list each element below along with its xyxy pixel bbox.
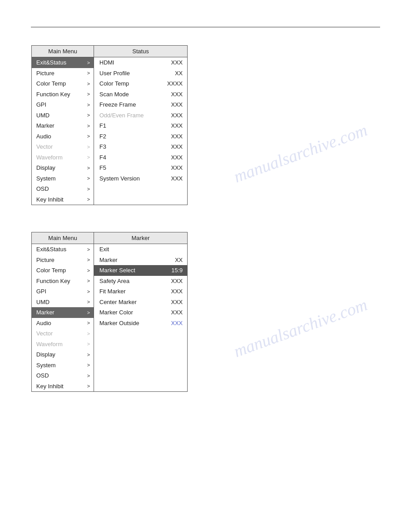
menu-arrow-icon: >: [87, 69, 90, 77]
menu-arrow-icon: >: [87, 164, 90, 172]
menu-arrow-icon: >: [87, 382, 90, 390]
menu-item-label: Display: [36, 163, 56, 172]
right-item-value: XXX: [171, 132, 183, 141]
right-item-value: XXX: [171, 287, 183, 296]
menu-arrow-icon: >: [87, 175, 90, 182]
menu-item-label: Audio: [36, 319, 51, 328]
menu-item-label: GPI: [36, 100, 46, 109]
menu-arrow-icon: >: [87, 101, 90, 109]
menu-item-waveform[interactable]: Waveform>: [32, 339, 94, 350]
right-item-value: XXX: [171, 298, 183, 307]
right-item-value: XXX: [171, 163, 183, 172]
menu-arrow-icon: >: [87, 59, 90, 67]
menu-item-display[interactable]: Display>: [32, 163, 94, 173]
menu-item-exit-status[interactable]: Exit&Status>: [32, 244, 94, 255]
menu-arrow-icon: >: [87, 288, 90, 296]
menu-item-picture[interactable]: Picture>: [32, 255, 94, 266]
menu-items-list-1: Exit&Status>Picture>Color Temp>Function …: [32, 57, 94, 205]
menu-item-system[interactable]: System>: [32, 360, 94, 371]
menu-item-function-key[interactable]: Function Key>: [32, 276, 94, 287]
menu-item-label: Exit&Status: [36, 58, 66, 67]
right-item-center-marker: Center MarkerXXX: [94, 297, 187, 308]
menu-item-key-inhibit[interactable]: Key Inhibit>: [32, 194, 94, 205]
menu-arrow-icon: >: [87, 267, 90, 275]
menu-item-gpi[interactable]: GPI>: [32, 286, 94, 297]
menu-item-umd[interactable]: UMD>: [32, 110, 94, 121]
right-item-label: F1: [99, 121, 106, 130]
right-item-marker-color: Marker ColorXXX: [94, 307, 187, 318]
menu-arrow-icon: >: [87, 351, 90, 359]
menu-item-label: Function Key: [36, 90, 70, 99]
menu-item-label: Exit&Status: [36, 245, 66, 254]
menu-arrow-icon: >: [87, 154, 90, 161]
menu-item-gpi[interactable]: GPI>: [32, 99, 94, 110]
marker-header: Marker: [94, 232, 187, 244]
right-item-label: Exit: [99, 245, 109, 254]
right-item-marker: MarkerXX: [94, 255, 187, 266]
right-item-value: XXX: [171, 153, 183, 162]
menu-item-label: Vector: [36, 329, 53, 338]
menu-item-label: Marker: [36, 121, 54, 130]
menu-item-waveform[interactable]: Waveform>: [32, 152, 94, 163]
menu-item-label: Display: [36, 350, 56, 359]
menu-arrow-icon: >: [87, 90, 90, 98]
menu-item-function-key[interactable]: Function Key>: [32, 89, 94, 100]
right-item-value: XX: [175, 256, 183, 265]
right-item-value: XXX: [171, 111, 183, 120]
menu-item-display[interactable]: Display>: [32, 349, 94, 360]
menu-item-color-temp[interactable]: Color Temp>: [32, 78, 94, 89]
menu-item-audio[interactable]: Audio>: [32, 131, 94, 142]
menu-arrow-icon: >: [87, 340, 90, 348]
menu-item-osd[interactable]: OSD>: [32, 184, 94, 194]
right-item-f2: F2XXX: [94, 131, 187, 142]
main-menu-panel-2: Main Menu Exit&Status>Picture>Color Temp…: [31, 232, 94, 392]
menu-arrow-icon: >: [87, 277, 90, 285]
menu-item-label: Waveform: [36, 340, 63, 349]
menu-item-label: Picture: [36, 256, 54, 265]
right-item-label: Marker Outside: [99, 319, 139, 328]
right-item-fit-marker: Fit MarkerXXX: [94, 286, 187, 297]
menu-item-label: OSD: [36, 371, 49, 380]
menu-arrow-icon: >: [87, 196, 90, 203]
menu-item-label: System: [36, 361, 56, 370]
menu-item-vector[interactable]: Vector>: [32, 328, 94, 339]
right-item-label: Marker Color: [99, 308, 133, 317]
menu-item-key-inhibit[interactable]: Key Inhibit>: [32, 381, 94, 392]
menu-item-marker[interactable]: Marker>: [32, 307, 94, 318]
menu-item-umd[interactable]: UMD>: [32, 297, 94, 308]
marker-items-list: ExitMarkerXXMarker Select15:9Safety Area…: [94, 244, 187, 328]
right-item-label: Center Marker: [99, 298, 137, 307]
menu-arrow-icon: >: [87, 319, 90, 327]
main-menu-header-2: Main Menu: [32, 232, 94, 244]
right-item-label: Marker Select: [99, 266, 135, 275]
menu-item-audio[interactable]: Audio>: [32, 318, 94, 329]
menu-item-label: Marker: [36, 308, 54, 317]
menu-item-system[interactable]: System>: [32, 173, 94, 184]
right-item-value: XXX: [171, 308, 183, 317]
right-item-value: XXX: [171, 100, 183, 109]
menu-item-color-temp[interactable]: Color Temp>: [32, 265, 94, 276]
right-item-freeze-frame: Freeze FrameXXX: [94, 99, 187, 110]
menu-arrow-icon: >: [87, 309, 90, 317]
menu-arrow-icon: >: [87, 143, 90, 151]
menu-item-exit-status[interactable]: Exit&Status>: [32, 57, 94, 68]
right-item-marker-select[interactable]: Marker Select15:9: [94, 265, 187, 276]
menu-items-list-2: Exit&Status>Picture>Color Temp>Function …: [32, 244, 94, 391]
menu-arrow-icon: >: [87, 80, 90, 88]
menu-item-osd[interactable]: OSD>: [32, 370, 94, 381]
right-item-value: XXXX: [167, 79, 183, 88]
right-item-label: F2: [99, 132, 106, 141]
menu-item-label: Color Temp: [36, 79, 66, 88]
menu-item-vector[interactable]: Vector>: [32, 142, 94, 152]
right-item-label: User Profile: [99, 69, 130, 78]
right-item-label: F3: [99, 142, 106, 151]
menu-item-marker[interactable]: Marker>: [32, 120, 94, 131]
right-item-label: Safety Area: [99, 277, 129, 286]
top-rule: [31, 27, 380, 27]
right-item-value: XX: [175, 69, 183, 78]
menu-item-picture[interactable]: Picture>: [32, 68, 94, 79]
right-item-label: F4: [99, 153, 106, 162]
right-item-odd-even-frame: Odd/Even FrameXXX: [94, 110, 187, 121]
menu-arrow-icon: >: [87, 372, 90, 380]
menu-arrow-icon: >: [87, 112, 90, 119]
